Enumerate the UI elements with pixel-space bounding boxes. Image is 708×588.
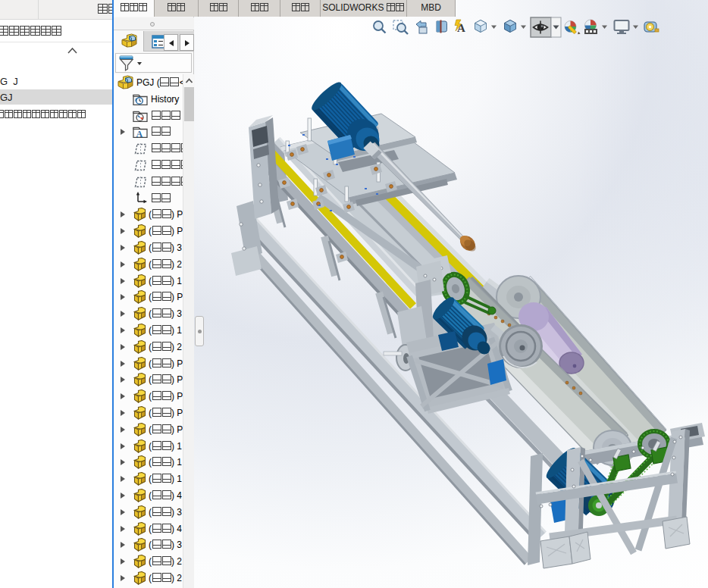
svg-text:A: A: [136, 129, 143, 139]
